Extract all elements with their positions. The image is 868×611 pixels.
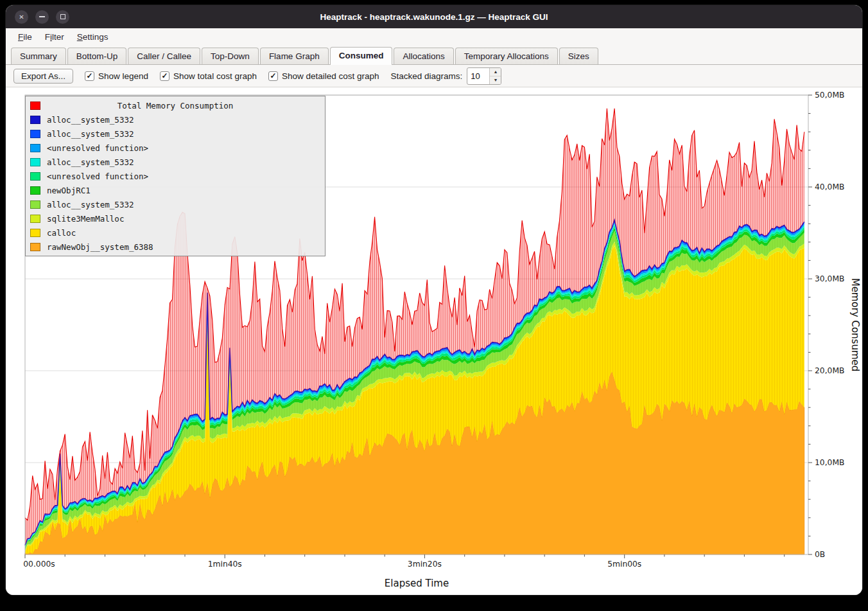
menu-file[interactable]: File (12, 31, 38, 43)
tab-bar: SummaryBottom-UpCaller / CalleeTop-DownF… (6, 45, 862, 65)
spin-buttons: ▲ ▼ (489, 68, 501, 84)
maximize-button[interactable] (56, 10, 69, 24)
legend-label: calloc (47, 228, 76, 238)
svg-text:40,0MB: 40,0MB (815, 182, 844, 191)
svg-text:Elapsed Time: Elapsed Time (385, 578, 449, 589)
tab-flame-graph[interactable]: Flame Graph (260, 48, 329, 64)
legend-title: Total Memory Consumption (40, 101, 310, 111)
title-bar[interactable]: ✕ Heaptrack - heaptrack.wakunode.1.gz — … (6, 5, 862, 28)
legend-label: alloc__system_5332 (47, 115, 134, 125)
stacked-diagrams-label: Stacked diagrams: (391, 71, 463, 81)
menu-bar: FileFilterSettings (6, 28, 862, 45)
spin-up-button[interactable]: ▲ (490, 68, 501, 76)
stacked-diagrams-group: Stacked diagrams: 10 ▲ ▼ (391, 67, 502, 85)
window-title: Heaptrack - heaptrack.wakunode.1.gz — He… (320, 12, 548, 22)
export-as-button[interactable]: Export As... (13, 69, 73, 84)
legend-item: <unresolved function> (26, 141, 325, 155)
legend-swatch (30, 130, 40, 138)
checkbox-show-total-cost-graph[interactable]: ✓Show total cost graph (160, 71, 257, 81)
svg-text:3min20s: 3min20s (408, 560, 442, 569)
legend-label: alloc__system_5332 (47, 129, 134, 139)
close-button[interactable]: ✕ (15, 10, 28, 24)
checkbox-show-legend[interactable]: ✓Show legend (85, 71, 148, 81)
legend-item: calloc (26, 226, 325, 240)
legend-item: alloc__system_5332 (26, 197, 325, 211)
toolbar-checkboxes: ✓Show legend✓Show total cost graph✓Show … (85, 71, 379, 81)
svg-text:10,0MB: 10,0MB (815, 458, 844, 467)
legend-swatch (30, 215, 40, 223)
legend-item: alloc__system_5332 (26, 155, 325, 169)
minimize-icon (39, 16, 45, 17)
legend-item: <unresolved function> (26, 169, 325, 183)
tab-top-down[interactable]: Top-Down (202, 48, 259, 64)
chart-area[interactable]: 00.000s1min40s3min20s5min00s0B10,0MB20,0… (6, 87, 862, 595)
legend-label: alloc__system_5332 (47, 200, 134, 209)
tab-caller-callee[interactable]: Caller / Callee (128, 48, 200, 64)
legend-swatch (30, 116, 40, 124)
legend-swatch (30, 144, 40, 152)
stacked-diagrams-value[interactable]: 10 (467, 68, 489, 84)
toolbar: Export As... ✓Show legend✓Show total cos… (6, 65, 862, 87)
legend-item: newObjRC1 (26, 183, 325, 197)
svg-text:0B: 0B (815, 550, 825, 559)
legend-label: <unresolved function> (47, 143, 148, 153)
legend-title-row: Total Memory Consumption (26, 98, 325, 112)
window-controls: ✕ (15, 5, 69, 28)
tab-sizes[interactable]: Sizes (559, 48, 598, 64)
tab-summary[interactable]: Summary (11, 48, 66, 64)
legend-label: rawNewObj__system_6388 (47, 242, 153, 252)
legend-label: <unresolved function> (47, 172, 148, 181)
legend-item: sqlite3MemMalloc (26, 211, 325, 226)
svg-text:50,0MB: 50,0MB (815, 91, 844, 100)
maximize-icon (60, 14, 65, 19)
legend-label: sqlite3MemMalloc (47, 214, 124, 224)
heaptrack-window: ✕ Heaptrack - heaptrack.wakunode.1.gz — … (6, 5, 862, 595)
checkbox-icon[interactable]: ✓ (160, 71, 169, 81)
legend-label: alloc__system_5332 (47, 157, 134, 167)
legend-swatch (30, 243, 40, 251)
legend-item: rawNewObj__system_6388 (26, 240, 325, 254)
checkbox-show-detailed-cost-graph[interactable]: ✓Show detailed cost graph (268, 71, 379, 81)
svg-text:20,0MB: 20,0MB (815, 366, 844, 375)
svg-text:Memory Consumed: Memory Consumed (849, 278, 861, 372)
tab-bottom-up[interactable]: Bottom-Up (67, 48, 127, 64)
checkbox-icon[interactable]: ✓ (85, 71, 94, 81)
checkbox-label: Show total cost graph (173, 71, 257, 81)
svg-text:5min00s: 5min00s (607, 560, 641, 569)
legend-swatch (30, 102, 40, 110)
legend-swatch (30, 229, 40, 237)
chart-legend: Total Memory Consumptionalloc__system_53… (25, 96, 326, 256)
checkbox-label: Show detailed cost graph (282, 71, 379, 81)
checkbox-icon[interactable]: ✓ (268, 71, 278, 81)
legend-swatch (30, 172, 40, 181)
svg-text:1min40s: 1min40s (208, 560, 242, 569)
legend-item: alloc__system_5332 (26, 112, 325, 127)
menu-filter[interactable]: Filter (39, 31, 70, 43)
legend-label: newObjRC1 (47, 186, 91, 195)
legend-swatch (30, 200, 40, 209)
legend-swatch (30, 158, 40, 166)
spin-down-button[interactable]: ▼ (490, 76, 501, 84)
tab-temporary-allocations[interactable]: Temporary Allocations (455, 48, 558, 64)
menu-settings[interactable]: Settings (71, 31, 114, 43)
minimize-button[interactable] (35, 10, 49, 24)
tab-consumed[interactable]: Consumed (330, 47, 393, 65)
legend-swatch (30, 186, 40, 195)
stacked-diagrams-spinbox[interactable]: 10 ▲ ▼ (467, 67, 501, 85)
svg-text:00.000s: 00.000s (23, 560, 55, 569)
svg-text:30,0MB: 30,0MB (815, 274, 844, 283)
checkbox-label: Show legend (98, 71, 148, 81)
legend-item: alloc__system_5332 (26, 127, 325, 141)
close-icon: ✕ (19, 13, 24, 21)
tab-allocations[interactable]: Allocations (394, 48, 453, 64)
